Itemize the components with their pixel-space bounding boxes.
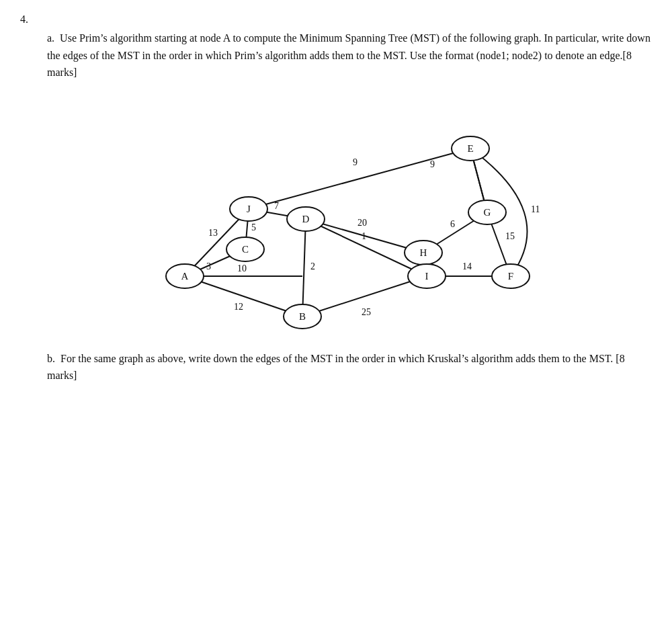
- svg-text:H: H: [420, 247, 427, 258]
- svg-text:15: 15: [505, 231, 515, 241]
- question-number: 4.: [20, 13, 652, 26]
- svg-text:B: B: [299, 311, 306, 322]
- svg-text:10: 10: [237, 263, 247, 273]
- svg-text:D: D: [302, 214, 310, 224]
- svg-line-8: [185, 276, 302, 316]
- svg-line-12: [302, 219, 306, 316]
- svg-text:9: 9: [353, 157, 358, 167]
- svg-text:C: C: [242, 244, 249, 255]
- svg-text:12: 12: [234, 302, 243, 312]
- svg-text:I: I: [425, 271, 429, 282]
- svg-text:6: 6: [450, 219, 455, 229]
- part-a-text: a. Use Prim’s algorithm starting at node…: [47, 30, 652, 81]
- svg-text:13: 13: [208, 228, 218, 238]
- svg-text:11: 11: [531, 204, 540, 214]
- svg-text:A: A: [181, 271, 189, 282]
- svg-text:3: 3: [206, 261, 211, 271]
- graph-diagram: 13 5 7 3 12 10 2: [114, 95, 585, 337]
- svg-text:20: 20: [358, 218, 367, 228]
- svg-line-22: [249, 149, 470, 209]
- svg-text:9: 9: [430, 159, 435, 169]
- svg-text:2: 2: [310, 261, 315, 271]
- part-b-text: b. For the same graph as above, write do…: [47, 350, 652, 384]
- svg-text:E: E: [467, 143, 473, 154]
- svg-text:J: J: [247, 204, 251, 214]
- svg-text:G: G: [484, 207, 491, 218]
- svg-text:25: 25: [362, 307, 371, 317]
- svg-text:5: 5: [251, 222, 256, 232]
- svg-text:14: 14: [462, 261, 472, 271]
- svg-text:F: F: [508, 271, 513, 282]
